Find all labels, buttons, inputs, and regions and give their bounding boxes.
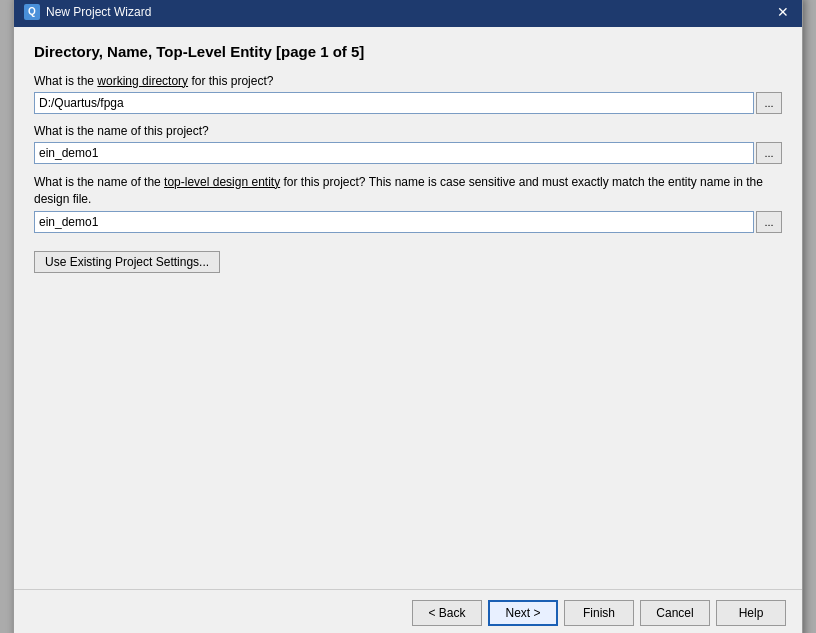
app-icon: Q [24,4,40,20]
cancel-button[interactable]: Cancel [640,600,710,626]
top-level-entity-input[interactable] [34,211,754,233]
back-button[interactable]: < Back [412,600,482,626]
project-name-input[interactable] [34,142,754,164]
content-spacer [34,273,782,573]
close-button[interactable]: ✕ [774,3,792,21]
working-dir-browse-button[interactable]: ... [756,92,782,114]
working-dir-row: ... [34,92,782,114]
project-name-label: What is the name of this project? [34,124,782,138]
help-button[interactable]: Help [716,600,786,626]
title-bar-left: Q New Project Wizard [24,4,151,20]
dialog-footer: < Back Next > Finish Cancel Help [14,589,802,633]
dialog-content: Directory, Name, Top-Level Entity [page … [14,27,802,590]
top-level-entity-label: What is the name of the top-level design… [34,174,782,208]
project-name-browse-button[interactable]: ... [756,142,782,164]
new-project-wizard-dialog: Q New Project Wizard ✕ Directory, Name, … [13,0,803,633]
finish-button[interactable]: Finish [564,600,634,626]
page-heading: Directory, Name, Top-Level Entity [page … [34,43,782,60]
dialog-title: New Project Wizard [46,5,151,19]
next-button[interactable]: Next > [488,600,558,626]
use-existing-project-settings-button[interactable]: Use Existing Project Settings... [34,251,220,273]
project-name-row: ... [34,142,782,164]
title-bar: Q New Project Wizard ✕ [14,0,802,27]
working-dir-input[interactable] [34,92,754,114]
top-level-entity-browse-button[interactable]: ... [756,211,782,233]
top-level-entity-row: ... [34,211,782,233]
working-dir-label: What is the working directory for this p… [34,74,782,88]
